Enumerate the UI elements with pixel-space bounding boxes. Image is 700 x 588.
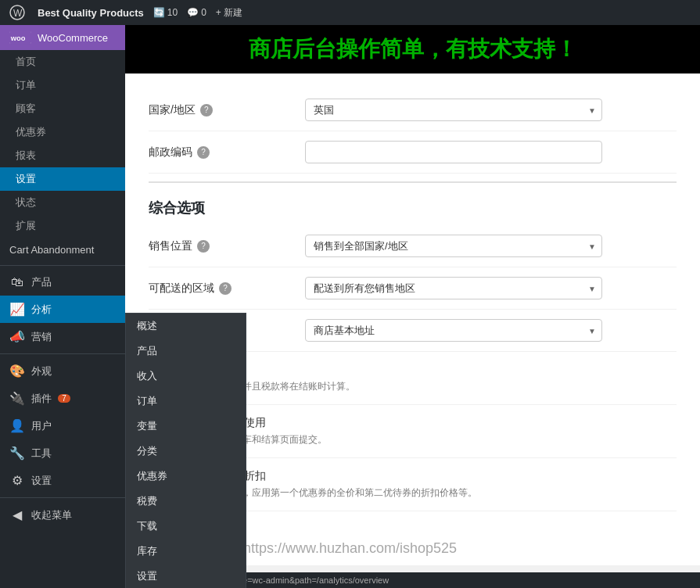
default-address-control: 商店基本地址 无默认位置 <box>305 319 677 342</box>
site-name[interactable]: Best Quality Products <box>38 7 144 19</box>
menu-separator-1 <box>0 265 125 266</box>
analytics-dropdown: 概述产品收入订单变量分类优惠券税费下载库存设置 <box>125 313 246 588</box>
sidebar-item-reports[interactable]: 报表 <box>0 144 125 167</box>
appearance-icon: 🎨 <box>9 364 25 378</box>
woocommerce-icon: woo <box>9 31 31 44</box>
update-icon: 🔄 <box>153 7 165 18</box>
update-count[interactable]: 🔄 10 <box>153 7 178 18</box>
dropdown-item[interactable]: 收入 <box>126 364 246 389</box>
woocommerce-menu-item[interactable]: woo WooCommerce <box>0 25 125 50</box>
sales-location-select[interactable]: 销售到全部国家/地区 仅销售到特定国家 <box>305 235 602 257</box>
country-label: 国家/地区 ? <box>149 103 305 117</box>
sidebar-item-dashboard[interactable]: 首页 <box>0 50 125 74</box>
sales-location-label: 销售位置 ? <box>149 239 305 253</box>
sales-location-row: 销售位置 ? 销售到全部国家/地区 仅销售到特定国家 <box>149 225 677 267</box>
country-select[interactable]: 英国 中国 美国 <box>305 99 602 121</box>
plugins-icon: 🔌 <box>9 391 25 406</box>
shipping-area-row: 可配送的区域 ? 配送到所有您销售地区 配送到全部国家/地区 <box>149 267 677 310</box>
postal-help-icon[interactable]: ? <box>197 146 210 159</box>
cart-abandonment-item[interactable]: Cart Abandonment <box>0 238 125 262</box>
postal-label: 邮政编码 ? <box>149 145 305 160</box>
dropdown-item[interactable]: 设置 <box>126 564 246 588</box>
products-icon: 🛍 <box>9 275 25 289</box>
sidebar-item-tools[interactable]: 🔧 工具 <box>0 439 125 467</box>
sidebar-item-admin-settings[interactable]: ⚙ 设置 <box>0 467 125 494</box>
sales-location-control: 销售到全部国家/地区 仅销售到特定国家 <box>305 235 677 257</box>
svg-text:woo: woo <box>10 34 26 42</box>
users-icon: 👤 <box>9 418 25 433</box>
dropdown-item[interactable]: 库存 <box>126 539 246 564</box>
default-address-select[interactable]: 商店基本地址 无默认位置 <box>305 319 602 342</box>
dropdown-item[interactable]: 变量 <box>126 414 246 439</box>
postal-control <box>305 141 677 163</box>
menu-separator-3 <box>0 497 125 498</box>
shipping-area-select[interactable]: 配送到所有您销售地区 配送到全部国家/地区 <box>305 277 602 299</box>
dropdown-item[interactable]: 订单 <box>126 389 246 414</box>
menu-separator-2 <box>0 353 125 354</box>
dropdown-item[interactable]: 分类 <box>126 439 246 464</box>
default-address-select-wrapper: 商店基本地址 无默认位置 <box>305 319 602 342</box>
admin-settings-icon: ⚙ <box>9 473 25 488</box>
sidebar-item-marketing[interactable]: 📣 营销 <box>0 323 125 350</box>
dropdown-item[interactable]: 税费 <box>126 489 246 514</box>
sidebar-item-settings[interactable]: 设置 <box>0 167 125 191</box>
sidebar-item-products[interactable]: 🛍 产品 <box>0 269 125 296</box>
sales-location-select-wrapper: 销售到全部国家/地区 仅销售到特定国家 <box>305 235 602 257</box>
wp-logo[interactable]: W <box>6 2 28 23</box>
shipping-area-help-icon[interactable]: ? <box>219 282 232 295</box>
dropdown-item[interactable]: 概述 <box>126 314 246 339</box>
shipping-area-label: 可配送的区域 ? <box>149 281 305 296</box>
sidebar-item-plugins[interactable]: 🔌 插件 7 <box>0 385 125 412</box>
promo-banner: 商店后台操作简单，有技术支持！ <box>125 25 700 74</box>
woocommerce-label: WooCommerce <box>38 32 108 44</box>
country-row: 国家/地区 ? 英国 中国 美国 <box>149 89 677 131</box>
collapse-menu-button[interactable]: ◀ 收起菜单 <box>0 501 125 529</box>
sidebar-item-extensions[interactable]: 扩展 <box>0 214 125 238</box>
plugins-badge: 7 <box>58 394 70 403</box>
shipping-area-select-wrapper: 配送到所有您销售地区 配送到全部国家/地区 <box>305 277 602 299</box>
comment-count[interactable]: 💬 0 <box>187 7 206 18</box>
comment-icon: 💬 <box>187 7 199 18</box>
dropdown-item[interactable]: 下载 <box>126 514 246 539</box>
sidebar-item-appearance[interactable]: 🎨 外观 <box>0 357 125 385</box>
dropdown-item[interactable]: 优惠券 <box>126 464 246 489</box>
admin-bar: W Best Quality Products 🔄 10 💬 0 + 新建 <box>0 0 700 25</box>
collapse-icon: ◀ <box>9 507 25 522</box>
analytics-icon: 📈 <box>9 302 25 317</box>
shipping-area-control: 配送到所有您销售地区 配送到全部国家/地区 <box>305 277 677 299</box>
dropdown-item[interactable]: 产品 <box>126 339 246 364</box>
sidebar-item-orders[interactable]: 订单 <box>0 74 125 97</box>
general-options-title: 综合选项 <box>149 181 677 225</box>
country-select-wrapper: 英国 中国 美国 <box>305 99 602 121</box>
sidebar-item-customers[interactable]: 顾客 <box>0 97 125 120</box>
tools-icon: 🔧 <box>9 446 25 461</box>
country-help-icon[interactable]: ? <box>200 104 213 117</box>
sidebar-item-coupons[interactable]: 优惠券 <box>0 120 125 144</box>
marketing-icon: 📣 <box>9 329 25 344</box>
sidebar: woo WooCommerce 首页 订单 顾客 优惠券 报表 设置 状态 扩展… <box>0 25 125 588</box>
country-control: 英国 中国 美国 <box>305 99 677 121</box>
sales-location-help-icon[interactable]: ? <box>197 240 210 253</box>
postal-input[interactable] <box>305 141 602 163</box>
new-button[interactable]: + 新建 <box>216 6 242 20</box>
sidebar-item-analytics[interactable]: 📈 分析 <box>0 296 125 323</box>
postal-row: 邮政编码 ? <box>149 131 677 174</box>
sidebar-item-status[interactable]: 状态 <box>0 191 125 214</box>
svg-text:W: W <box>13 8 23 19</box>
sidebar-item-users[interactable]: 👤 用户 <box>0 412 125 439</box>
